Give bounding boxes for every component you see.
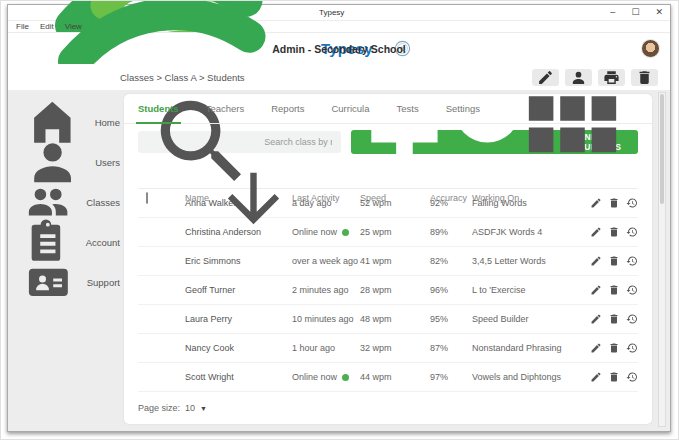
working-on: Nonstandard Phrasing: [472, 343, 590, 353]
working-on: L to 'Exercise: [472, 285, 590, 295]
history-row-button[interactable]: [626, 284, 638, 296]
delete-row-button[interactable]: [608, 226, 620, 238]
edit-row-button[interactable]: [590, 342, 602, 354]
maximize-button[interactable]: ☐: [631, 8, 639, 17]
sidebar-item-account[interactable]: Account: [8, 222, 120, 262]
student-name: Eric Simmons: [185, 256, 292, 266]
last-activity: Online now: [292, 372, 360, 382]
page-title: Admin - Secondary School: [8, 43, 670, 55]
close-button[interactable]: ✕: [655, 8, 663, 17]
delete-row-button[interactable]: [608, 371, 620, 383]
history-row-button[interactable]: [626, 255, 638, 267]
tab-tests[interactable]: Tests: [396, 94, 418, 123]
breadcrumb[interactable]: Classes > Class A > Students: [120, 72, 245, 83]
edit-row-button[interactable]: [590, 371, 602, 383]
sidebar: HomeUsersClassesAccountSupport: [8, 90, 120, 431]
content-area: StudentsTeachersReportsCurriculaTestsSet…: [120, 90, 670, 431]
sidebar-item-label: Account: [86, 237, 120, 248]
tab-students[interactable]: Students: [138, 94, 179, 123]
students-table: Name Last Activity Speed Accuracy Workin…: [124, 160, 652, 392]
table-row[interactable]: Geoff Turner2 minutes ago28 wpm96%L to '…: [138, 276, 638, 305]
app-window: Typesy – ☐ ✕ FileEditViewWindowHelp Admi…: [7, 4, 671, 432]
speed: 28 wpm: [360, 285, 430, 295]
working-on: Vowels and Diphtongs: [472, 372, 590, 382]
edit-row-button[interactable]: [590, 255, 602, 267]
delete-button[interactable]: [631, 69, 658, 86]
chevron-down-icon: ▼: [200, 405, 207, 412]
tab-teachers[interactable]: Teachers: [206, 94, 245, 123]
table-row[interactable]: Eric Simmonsover a week ago41 wpm82%3,4,…: [138, 247, 638, 276]
speed: 44 wpm: [360, 372, 430, 382]
speed: 32 wpm: [360, 343, 430, 353]
group-icon: [25, 179, 71, 225]
accuracy: 92%: [430, 198, 472, 208]
speed: 52 wpm: [360, 198, 430, 208]
page-size-label: Page size:: [138, 403, 180, 413]
sidebar-item-support[interactable]: Support: [8, 262, 120, 302]
edit-row-button[interactable]: [590, 284, 602, 296]
sidebar-item-classes[interactable]: Classes: [8, 182, 120, 222]
sidebar-item-users[interactable]: Users: [8, 142, 120, 182]
sidebar-item-label: Classes: [86, 197, 120, 208]
table-row[interactable]: Laura Perry10 minutes ago48 wpm95%Speed …: [138, 305, 638, 334]
last-activity: 1 hour ago: [292, 343, 360, 353]
working-on: Speed Builder: [472, 314, 590, 324]
last-activity: over a week ago: [292, 256, 360, 266]
last-activity: 10 minutes ago: [292, 314, 360, 324]
online-dot: [342, 374, 349, 381]
student-name: Scott Wright: [185, 372, 292, 382]
edit-row-button[interactable]: [590, 313, 602, 325]
person-button[interactable]: [565, 69, 592, 86]
table-row[interactable]: Scott WrightOnline now44 wpm97%Vowels an…: [138, 363, 638, 392]
sidebar-item-label: Support: [87, 277, 120, 288]
scrollbar-track[interactable]: [658, 92, 666, 427]
student-name: Anna Walker: [185, 198, 292, 208]
student-name: Geoff Turner: [185, 285, 292, 295]
tab-settings[interactable]: Settings: [446, 94, 480, 123]
content-card: StudentsTeachersReportsCurriculaTestsSet…: [124, 94, 652, 424]
history-row-button[interactable]: [626, 226, 638, 238]
speed: 25 wpm: [360, 227, 430, 237]
student-name: Laura Perry: [185, 314, 292, 324]
last-activity: Online now: [292, 227, 360, 237]
history-row-button[interactable]: [626, 371, 638, 383]
grid-view-icon[interactable]: [507, 94, 638, 174]
accuracy: 96%: [430, 285, 472, 295]
edit-button[interactable]: [532, 69, 559, 86]
print-button[interactable]: [598, 69, 625, 86]
history-row-button[interactable]: [626, 313, 638, 325]
working-on: 3,4,5 Letter Words: [472, 256, 590, 266]
delete-row-button[interactable]: [608, 284, 620, 296]
sidebar-item-label: Home: [95, 117, 120, 128]
tab-reports[interactable]: Reports: [271, 94, 304, 123]
profile-avatar[interactable]: [641, 39, 660, 58]
screenshot-canvas: Typesy – ☐ ✕ FileEditViewWindowHelp Admi…: [0, 0, 679, 440]
student-name: Nancy Cook: [185, 343, 292, 353]
history-row-button[interactable]: [626, 197, 638, 209]
table-row[interactable]: Nancy Cook1 hour ago32 wpm87%Nonstandard…: [138, 334, 638, 363]
delete-row-button[interactable]: [608, 197, 620, 209]
online-dot: [342, 229, 349, 236]
accuracy: 97%: [430, 372, 472, 382]
idcard-icon: [25, 259, 72, 306]
page-size-select[interactable]: 10 ▼: [185, 403, 207, 413]
tab-bar: StudentsTeachersReportsCurriculaTestsSet…: [124, 94, 652, 124]
speed: 48 wpm: [360, 314, 430, 324]
delete-row-button[interactable]: [608, 342, 620, 354]
history-row-button[interactable]: [626, 342, 638, 354]
speed: 41 wpm: [360, 256, 430, 266]
tab-curricula[interactable]: Curricula: [331, 94, 369, 123]
minimize-button[interactable]: –: [610, 8, 615, 17]
delete-row-button[interactable]: [608, 255, 620, 267]
accuracy: 95%: [430, 314, 472, 324]
edit-row-button[interactable]: [590, 226, 602, 238]
last-activity: a day ago: [292, 198, 360, 208]
accuracy: 82%: [430, 256, 472, 266]
accuracy: 87%: [430, 343, 472, 353]
edit-row-button[interactable]: [590, 197, 602, 209]
scrollbar-thumb[interactable]: [660, 94, 664, 204]
breadcrumb-bar: Classes > Class A > Students: [8, 64, 670, 90]
search-input[interactable]: [264, 137, 332, 147]
delete-row-button[interactable]: [608, 313, 620, 325]
app-header: Admin - Secondary School Typesy: [8, 33, 670, 64]
